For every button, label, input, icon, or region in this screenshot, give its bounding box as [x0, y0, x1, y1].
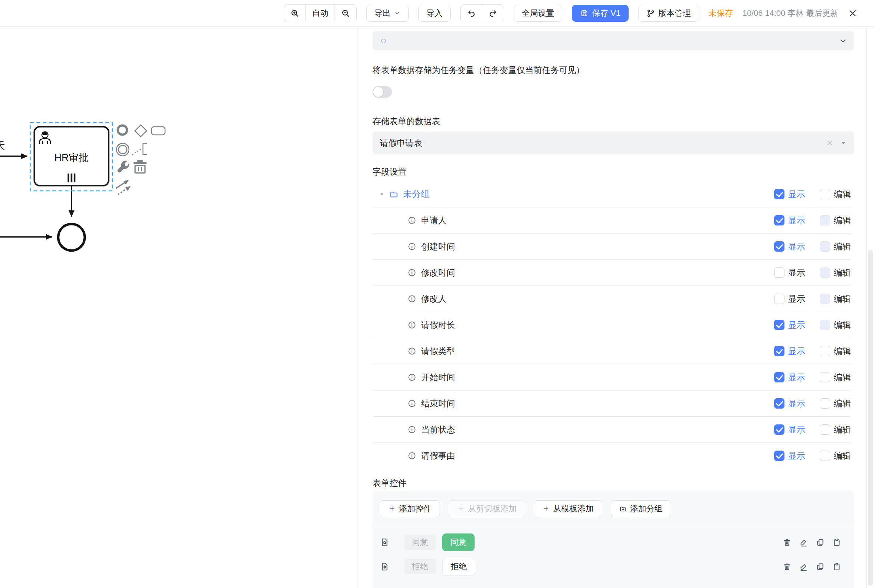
show-checkbox[interactable] [774, 346, 784, 356]
trash-icon[interactable] [134, 160, 147, 173]
show-checkbox[interactable] [774, 267, 784, 278]
show-label: 显示 [788, 424, 805, 435]
control-tag: 同意 [404, 535, 436, 550]
panel-scrollbar-thumb[interactable] [868, 250, 873, 586]
show-checkbox[interactable] [774, 398, 784, 409]
show-checkbox[interactable] [774, 294, 784, 304]
info-icon [408, 373, 416, 382]
edit-checkbox[interactable] [820, 398, 830, 409]
controls-divider [373, 527, 854, 527]
chevron-down-icon [839, 36, 847, 45]
group-edit-checkbox[interactable] [820, 189, 830, 200]
group-caret-icon[interactable] [379, 192, 385, 197]
redo-button[interactable] [482, 5, 504, 22]
edit-checkbox[interactable] [820, 294, 830, 304]
edit-checkbox[interactable] [820, 424, 830, 435]
undo-button[interactable] [460, 5, 482, 22]
export-button[interactable]: 导出 [366, 5, 409, 22]
info-icon [408, 268, 416, 277]
edit-checkbox[interactable] [820, 242, 830, 252]
copy-icon[interactable] [816, 562, 825, 571]
edit-label: 编辑 [834, 267, 851, 279]
clear-icon[interactable] [825, 138, 834, 147]
zoom-out-button[interactable] [334, 5, 356, 22]
show-checkbox[interactable] [774, 242, 784, 252]
properties-panel: 将表单数据存储为任务变量（任务变量仅当前任务可见） 存储表单的数据表 请假申请表… [357, 27, 874, 588]
close-icon[interactable] [848, 9, 858, 18]
control-preview-button[interactable]: 拒绝 [442, 558, 475, 576]
form-controls-label: 表单控件 [373, 477, 406, 489]
control-preview-button[interactable]: 同意 [442, 534, 475, 551]
append-end-event-icon[interactable] [118, 126, 127, 135]
edit-checkbox[interactable] [820, 215, 830, 225]
global-settings-button[interactable]: 全局设置 [514, 5, 562, 22]
zoom-group: 自动 [284, 4, 357, 22]
show-checkbox[interactable] [774, 451, 784, 461]
edit-label: 编辑 [834, 398, 851, 410]
add-button-label: 添加控件 [399, 503, 432, 514]
edit-label: 编辑 [834, 424, 851, 435]
clipboard-icon[interactable] [832, 538, 841, 547]
show-checkbox[interactable] [774, 320, 784, 330]
save-button[interactable]: 保存 V1 [572, 5, 629, 22]
edit-label: 编辑 [834, 241, 851, 252]
edit-checkbox[interactable] [820, 267, 830, 278]
parallel-marker [68, 174, 75, 182]
connect-arrows-icon[interactable] [116, 180, 131, 195]
edit-icon[interactable] [799, 562, 808, 571]
form-control-row: 同意 同意 [373, 530, 854, 555]
edit-checkbox[interactable] [820, 320, 830, 330]
edit-checkbox[interactable] [820, 346, 830, 356]
trash-icon[interactable] [783, 538, 792, 547]
group-show-checkbox[interactable] [774, 189, 784, 200]
undo-redo-group [460, 4, 504, 22]
datasheet-label: 存储表单的数据表 [373, 116, 440, 127]
zoom-in-button[interactable] [284, 5, 306, 22]
add-button[interactable]: 从模板添加 [534, 500, 602, 517]
add-button[interactable]: 添加分组 [611, 500, 671, 517]
field-row: 请假时长 显示 编辑 [373, 312, 851, 338]
plus-icon [543, 505, 550, 513]
bpmn-canvas[interactable]: HR审批 天 [0, 27, 357, 588]
field-group-row[interactable]: 未分组 显示 编辑 [373, 181, 851, 207]
clipboard-icon[interactable] [832, 562, 841, 571]
code-expression-collapsed[interactable] [373, 32, 854, 51]
append-intermediate-event-inner [118, 146, 127, 154]
info-icon [408, 216, 416, 225]
redo-icon [489, 9, 498, 18]
code-icon [379, 36, 388, 45]
add-button-label: 从模板添加 [553, 503, 594, 514]
field-settings-label: 字段设置 [373, 166, 406, 178]
info-icon [408, 242, 416, 251]
store-var-toggle[interactable] [373, 86, 392, 98]
save-icon [580, 9, 589, 18]
show-checkbox[interactable] [774, 424, 784, 435]
trash-icon[interactable] [783, 562, 792, 571]
field-row: 请假类型 显示 编辑 [373, 338, 851, 364]
group-show-label: 显示 [788, 189, 805, 200]
info-icon [408, 399, 416, 408]
end-event[interactable] [58, 224, 85, 250]
copy-icon[interactable] [816, 538, 825, 547]
edit-label: 编辑 [834, 450, 851, 462]
edit-icon[interactable] [799, 538, 808, 547]
import-button[interactable]: 导入 [418, 5, 451, 22]
datasheet-select[interactable]: 请假申请表 [373, 132, 854, 154]
edit-checkbox[interactable] [820, 451, 830, 461]
append-gateway-icon[interactable] [135, 125, 147, 136]
field-name: 修改人 [421, 293, 447, 304]
select-caret-icon [840, 140, 847, 146]
show-checkbox[interactable] [774, 372, 784, 382]
append-task-icon[interactable] [151, 127, 165, 135]
version-management-button[interactable]: 版本管理 [638, 5, 699, 22]
wrench-icon[interactable] [117, 160, 129, 172]
show-checkbox[interactable] [774, 215, 784, 225]
show-label: 显示 [788, 320, 805, 331]
show-label: 显示 [788, 346, 805, 357]
show-label: 显示 [788, 293, 805, 304]
field-row: 开始时间 显示 编辑 [373, 364, 851, 390]
add-button[interactable]: 添加控件 [380, 500, 440, 517]
edit-checkbox[interactable] [820, 372, 830, 382]
text-annotation-icon[interactable] [132, 144, 147, 155]
zoom-auto-button[interactable]: 自动 [306, 5, 334, 22]
